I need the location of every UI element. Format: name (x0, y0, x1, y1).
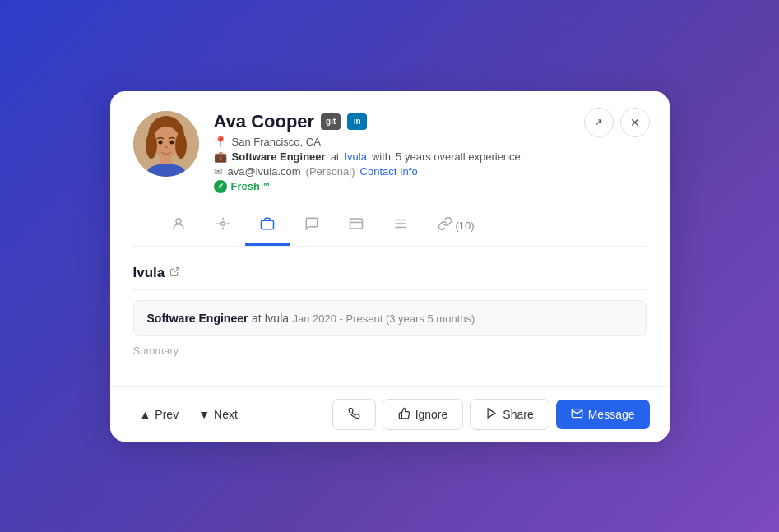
footer-actions: Ignore Share Message (332, 399, 650, 430)
svg-point-7 (158, 140, 162, 144)
job-card: Software Engineer at Ivula Jan 2020 - Pr… (133, 300, 647, 336)
tab-person[interactable] (156, 208, 201, 245)
prev-button[interactable]: ▲ Prev (130, 401, 189, 428)
tab-skills[interactable] (201, 208, 245, 246)
tab-links[interactable]: (10) (423, 208, 489, 246)
company-section: Ivula Software Engineer at Ivula Jan 202… (133, 265, 647, 368)
tab-chat[interactable] (290, 208, 334, 246)
profile-email: ava@ivula.com (228, 165, 301, 178)
chevron-down-icon: ▼ (198, 408, 210, 421)
card-icon (349, 216, 364, 235)
svg-line-22 (174, 267, 179, 272)
message-button[interactable]: Message (556, 400, 650, 429)
profile-company-link[interactable]: Ivula (344, 150, 366, 163)
email-icon: ✉ (214, 165, 223, 178)
job-company: Ivula (264, 312, 289, 325)
work-icon: 💼 (214, 150, 227, 163)
company-external-icon[interactable] (169, 266, 180, 280)
ignore-label: Ignore (415, 408, 448, 421)
share-icon (485, 407, 498, 422)
link-icon (438, 216, 452, 235)
card-body: Ivula Software Engineer at Ivula Jan 202… (110, 247, 670, 386)
card-footer: ▲ Prev ▼ Next Ignore (110, 386, 670, 442)
prev-label: Prev (155, 408, 179, 421)
chevron-up-icon: ▲ (140, 408, 151, 421)
location-row: 📍 San Francisco, CA (214, 136, 647, 148)
ignore-icon (398, 407, 410, 422)
profile-card: Ava Cooper git in 📍 San Francisco, CA 💼 … (110, 91, 670, 442)
person-icon (171, 216, 186, 234)
profile-header: Ava Cooper git in 📍 San Francisco, CA 💼 … (133, 111, 647, 193)
card-top: Ava Cooper git in 📍 San Francisco, CA 💼 … (110, 91, 670, 247)
svg-point-11 (220, 221, 225, 225)
profile-name: Ava Cooper (214, 111, 315, 132)
email-row: ✉ ava@ivula.com (Personal) Contact Info (214, 165, 647, 178)
profile-title: Software Engineer (232, 150, 326, 163)
fresh-check-icon: ✓ (214, 180, 227, 193)
links-count: (10) (456, 220, 475, 232)
open-icon: ↗ (594, 116, 603, 128)
fresh-label: Fresh™ (231, 180, 271, 192)
footer-nav: ▲ Prev ▼ Next (130, 401, 248, 428)
svg-point-8 (169, 140, 174, 144)
chat-icon (304, 216, 319, 235)
share-label: Share (503, 408, 533, 421)
share-button[interactable]: Share (470, 399, 549, 430)
close-button[interactable]: ✕ (620, 108, 650, 137)
message-icon (571, 407, 583, 422)
company-name: Ivula (133, 265, 165, 281)
next-label: Next (214, 408, 238, 421)
email-type: (Personal) (306, 165, 355, 178)
phone-button[interactable] (332, 399, 376, 430)
job-dates: Jan 2020 - Present (3 years 5 months) (292, 312, 475, 325)
profile-location: San Francisco, CA (232, 136, 321, 148)
phone-icon (348, 407, 360, 422)
skills-icon (216, 216, 230, 235)
linkedin-badge[interactable]: in (347, 113, 367, 130)
close-icon: ✕ (630, 116, 640, 129)
briefcase-icon (260, 216, 275, 235)
svg-point-10 (176, 219, 181, 224)
list-icon (393, 216, 408, 235)
tab-bar: (10) (133, 208, 647, 247)
summary-label: Summary (133, 345, 647, 368)
location-icon: 📍 (214, 136, 227, 148)
svg-marker-23 (488, 408, 495, 417)
svg-point-4 (175, 132, 187, 159)
name-row: Ava Cooper git in (214, 111, 647, 132)
title-row: 💼 Software Engineer at Ivula with 5 year… (214, 150, 647, 163)
contact-info-link[interactable]: Contact Info (360, 165, 418, 178)
tab-card[interactable] (334, 208, 378, 246)
job-title: Software Engineer (147, 312, 248, 325)
svg-rect-17 (350, 219, 362, 229)
fresh-badge: ✓ Fresh™ (214, 180, 647, 193)
svg-point-9 (165, 146, 168, 147)
next-button[interactable]: ▼ Next (188, 401, 248, 428)
section-divider (133, 289, 647, 290)
message-label: Message (588, 408, 635, 421)
open-button[interactable]: ↗ (584, 108, 614, 137)
svg-point-3 (146, 132, 157, 159)
profile-experience: 5 years overall experience (396, 150, 521, 163)
tab-list[interactable] (378, 208, 423, 246)
github-badge[interactable]: git (321, 113, 341, 130)
tab-work[interactable] (245, 208, 290, 246)
job-at: at (252, 312, 265, 325)
card-actions: ↗ ✕ (584, 108, 650, 137)
svg-rect-16 (261, 220, 273, 229)
ignore-button[interactable]: Ignore (383, 399, 464, 430)
avatar (133, 111, 199, 177)
profile-info: Ava Cooper git in 📍 San Francisco, CA 💼 … (214, 111, 647, 193)
company-title: Ivula (133, 265, 647, 281)
